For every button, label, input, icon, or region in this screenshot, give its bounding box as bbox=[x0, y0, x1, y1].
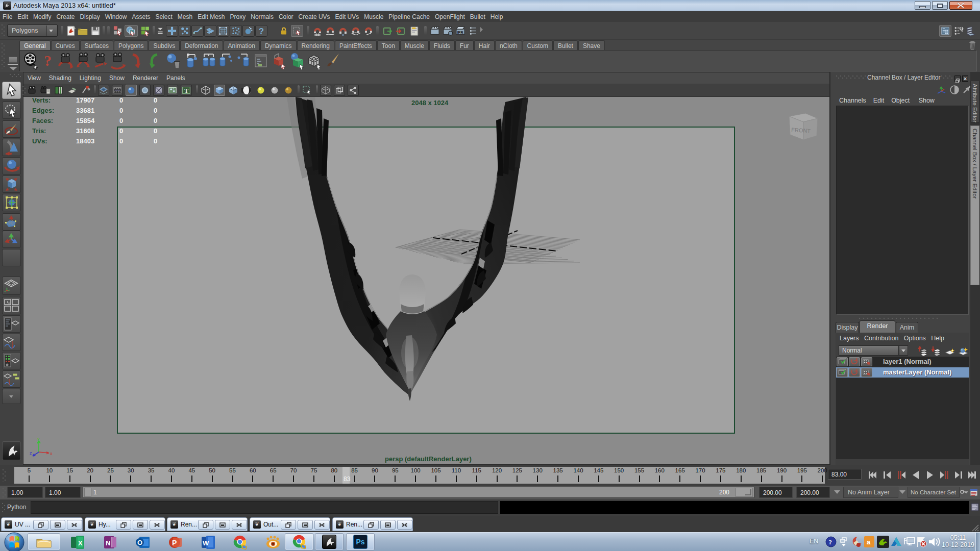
svg-text:z: z bbox=[30, 450, 32, 456]
svg-text:?: ? bbox=[259, 27, 264, 36]
svg-text:W: W bbox=[203, 539, 209, 547]
svg-text:P: P bbox=[172, 539, 177, 547]
svg-text:a: a bbox=[867, 538, 871, 546]
svg-text:y: y bbox=[37, 438, 40, 441]
svg-text:N: N bbox=[106, 539, 110, 547]
svg-text:IPR: IPR bbox=[457, 30, 463, 35]
svg-text:T: T bbox=[184, 87, 188, 94]
svg-text:O: O bbox=[137, 539, 142, 546]
svg-text:X: X bbox=[78, 539, 83, 547]
svg-text:?: ? bbox=[829, 538, 832, 546]
svg-text:x: x bbox=[50, 451, 53, 456]
svg-text:?: ? bbox=[44, 52, 52, 69]
